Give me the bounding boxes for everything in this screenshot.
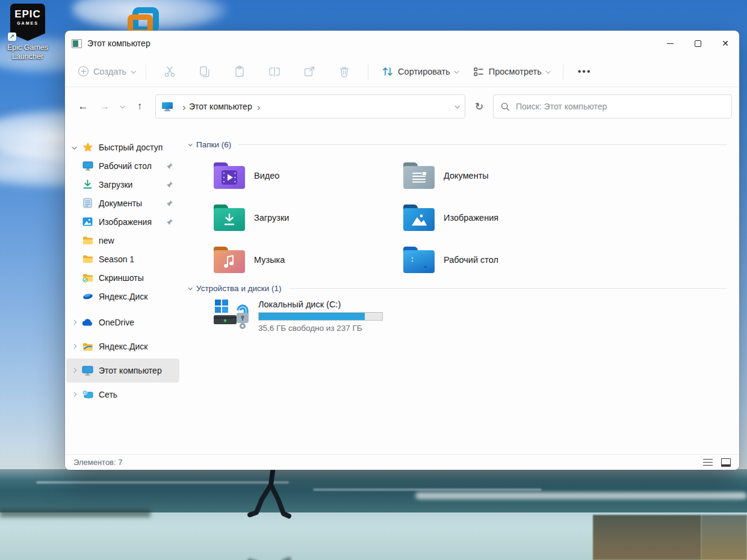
maximize-button[interactable] xyxy=(684,31,711,56)
delete-button[interactable] xyxy=(327,60,362,83)
cut-button[interactable] xyxy=(152,60,187,83)
minimize-icon xyxy=(667,43,674,44)
drive-name: Локальный диск (C:) xyxy=(258,300,383,309)
folder-tile-desktop[interactable]: Рабочий стол xyxy=(403,239,593,281)
sidebar-item-label: Яндекс.Диск xyxy=(99,342,147,351)
forward-button[interactable]: → xyxy=(94,96,116,117)
sidebar-item-label: OneDrive xyxy=(99,318,134,327)
refresh-button[interactable]: ↻ xyxy=(469,96,489,117)
folder-tile-pictures[interactable]: Изображения xyxy=(403,197,593,239)
search-box[interactable] xyxy=(493,94,732,118)
sidebar-item-new[interactable]: new xyxy=(66,231,179,250)
chevron-right-icon[interactable] xyxy=(66,393,82,396)
sort-button[interactable]: Сортировать xyxy=(374,62,465,81)
section-rule xyxy=(238,144,727,145)
pin-icon xyxy=(166,218,173,226)
collapse-icon[interactable] xyxy=(188,286,193,290)
sort-button-label: Сортировать xyxy=(398,67,450,76)
folder-label: Загрузки xyxy=(254,213,289,223)
document-icon xyxy=(82,197,93,209)
quick-access-label: Быстрый доступ xyxy=(99,143,163,152)
folder-label: Рабочий стол xyxy=(444,255,498,265)
desktop-icon xyxy=(82,160,93,171)
status-bar: Элементов: 7 xyxy=(65,454,739,470)
folders-section-header[interactable]: Папки (6) xyxy=(188,140,727,149)
chevron-right-icon[interactable] xyxy=(66,369,82,372)
breadcrumb-separator-icon[interactable] xyxy=(256,101,259,112)
drive-free-space: 35,6 ГБ свободно из 237 ГБ xyxy=(258,324,383,333)
epic-logo-subtext: GAMES xyxy=(10,21,45,25)
breadcrumb-this-pc[interactable]: Этот компьютер xyxy=(189,102,252,111)
new-button-label: Создать xyxy=(93,67,126,76)
new-button[interactable]: Создать xyxy=(73,63,140,80)
sidebar-item-documents[interactable]: Документы xyxy=(66,194,179,212)
desktop-folder-icon xyxy=(403,247,435,273)
items-count: Элементов: 7 xyxy=(73,458,122,467)
window-title: Этот компьютер xyxy=(87,38,150,48)
downloads-folder-icon xyxy=(214,205,245,231)
sidebar-item-quick-access[interactable]: Быстрый доступ xyxy=(66,138,179,156)
address-row: ← → ↑ Этот компьютер ↻ xyxy=(65,87,739,126)
chevron-right-icon[interactable] xyxy=(66,345,82,348)
sidebar-item-screenshots[interactable]: Скриншоты xyxy=(66,268,179,287)
toolbar-separator xyxy=(368,64,368,79)
pictures-icon xyxy=(82,216,93,227)
vmware-logo-icon[interactable] xyxy=(128,7,159,34)
sidebar-item-network[interactable]: Сеть xyxy=(66,383,179,407)
chevron-down-icon[interactable] xyxy=(66,146,82,149)
copy-icon xyxy=(198,65,211,78)
share-button[interactable] xyxy=(292,60,327,83)
search-input[interactable] xyxy=(516,102,724,111)
sidebar-item-this-pc[interactable]: Этот компьютер xyxy=(66,358,179,383)
sidebar-item-yandex-disk-root[interactable]: Яндекс.Диск xyxy=(66,334,179,358)
explorer-window: Этот компьютер ✕ Создать xyxy=(65,31,739,470)
title-bar[interactable]: Этот компьютер ✕ xyxy=(65,31,739,56)
details-view-button[interactable] xyxy=(703,459,713,466)
folder-tile-downloads[interactable]: Загрузки xyxy=(214,197,403,239)
wave-streak xyxy=(313,488,542,491)
folder-tile-video[interactable]: Видео xyxy=(214,155,403,197)
chevron-down-icon xyxy=(454,69,459,73)
address-dropdown-icon[interactable] xyxy=(454,103,459,108)
minimize-button[interactable] xyxy=(656,31,684,56)
address-bar[interactable]: Этот компьютер xyxy=(155,94,465,118)
sidebar-item-yandex-disk[interactable]: Яндекс.Диск xyxy=(66,287,179,306)
folder-tile-documents[interactable]: Документы xyxy=(403,155,593,197)
folder-tile-music[interactable]: Музыка xyxy=(214,239,403,281)
drive-c-tile[interactable]: Локальный диск (C:) 35,6 ГБ свободно из … xyxy=(214,298,383,333)
yandex-folder-icon xyxy=(82,341,93,352)
folder-synced-icon xyxy=(82,272,93,283)
sidebar-item-pictures[interactable]: Изображения xyxy=(66,212,179,231)
sidebar-item-downloads[interactable]: Загрузки xyxy=(66,175,179,194)
up-button[interactable]: ↑ xyxy=(129,96,150,117)
more-options-button[interactable]: ••• xyxy=(572,64,598,79)
sidebar-item-season-1[interactable]: Season 1 xyxy=(66,250,179,268)
rename-icon xyxy=(268,65,281,78)
copy-button[interactable] xyxy=(187,60,222,83)
close-button[interactable]: ✕ xyxy=(711,31,739,56)
paste-button[interactable] xyxy=(222,60,257,83)
folder-label: Документы xyxy=(444,171,489,180)
rename-button[interactable] xyxy=(257,60,292,83)
sidebar-item-label: Яндекс.Диск xyxy=(99,292,147,301)
folder-label: Изображения xyxy=(444,213,498,223)
reflection-dark xyxy=(593,515,701,560)
music-folder-icon xyxy=(214,247,245,273)
epic-games-desktop-icon[interactable]: EPIC GAMES ↗ Epic Games Launcher xyxy=(2,4,53,61)
local-disk-icon xyxy=(214,298,250,330)
large-icons-view-button[interactable] xyxy=(721,458,731,467)
sort-icon xyxy=(382,66,394,78)
plus-icon xyxy=(78,66,88,76)
video-folder-icon xyxy=(214,162,245,189)
chevron-right-icon[interactable] xyxy=(66,321,82,324)
back-button[interactable]: ← xyxy=(72,96,94,117)
recent-locations-button[interactable] xyxy=(116,96,129,117)
view-button[interactable]: Просмотреть xyxy=(465,62,557,81)
sidebar-item-onedrive[interactable]: OneDrive xyxy=(66,310,179,334)
this-pc-icon xyxy=(162,102,173,111)
sidebar-item-desktop[interactable]: Рабочий стол xyxy=(66,156,179,175)
epic-label-line2: Launcher xyxy=(12,52,43,61)
collapse-icon[interactable] xyxy=(188,142,193,146)
devices-section-header[interactable]: Устройства и диски (1) xyxy=(188,284,727,293)
this-pc-icon xyxy=(82,365,93,377)
